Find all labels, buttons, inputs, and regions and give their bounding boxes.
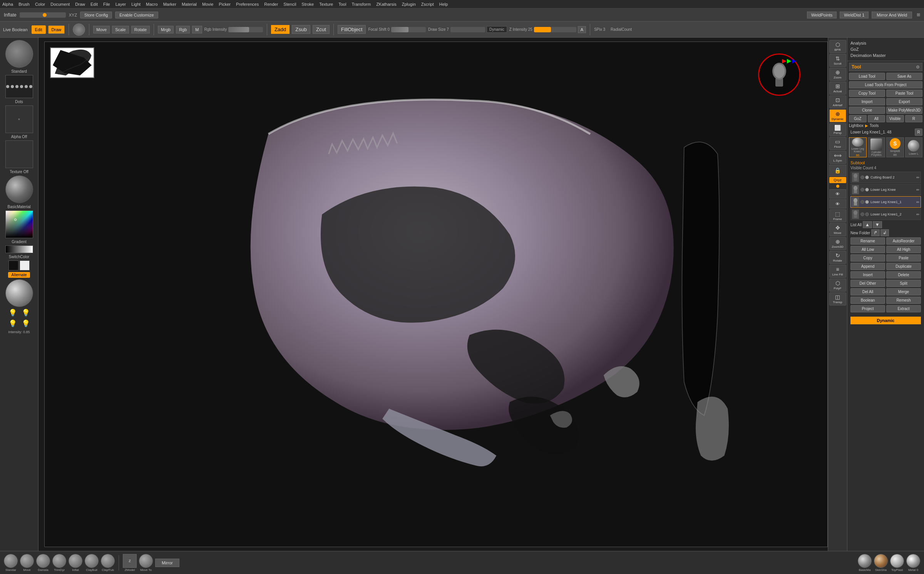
menu-movie[interactable]: Movie [202, 2, 213, 7]
export-button[interactable]: Export [886, 98, 922, 105]
zoom3d-button[interactable]: ⊕ Zoom3D [829, 237, 846, 250]
menu-brush[interactable]: Brush [18, 2, 30, 7]
all-button[interactable]: All [868, 115, 886, 122]
eye-button[interactable]: 👁 [829, 189, 846, 199]
zcut-button[interactable]: Zcut [313, 25, 330, 34]
folder-arrow-1[interactable]: ↱ [871, 229, 880, 236]
menu-picker[interactable]: Picker [219, 2, 231, 7]
mrgb-button[interactable]: Mrgb [158, 26, 174, 33]
all-high-button[interactable]: All High [886, 246, 921, 253]
bulb-on-icon-2[interactable]: 💡 [8, 319, 17, 328]
goz-btn[interactable]: GoZ [849, 115, 867, 122]
merge-button[interactable]: Merge [886, 288, 921, 295]
zoom-button[interactable]: ⊕ Zoom [829, 68, 846, 81]
scroll-button[interactable]: ⇅ Scroll [829, 54, 846, 67]
copy-tool-button[interactable]: Copy Tool [849, 90, 885, 97]
m-button[interactable]: M [192, 26, 202, 33]
bpr-button[interactable]: ⬡ BPR [829, 40, 846, 53]
zmodeler-brush[interactable]: Z ZModel [123, 554, 137, 572]
load-tools-from-project-button[interactable]: Load Tools From Project [849, 81, 922, 88]
del-all-button[interactable]: Del All [850, 288, 885, 295]
menu-marker[interactable]: Marker [163, 2, 176, 7]
z-intensity-slider[interactable] [534, 27, 576, 32]
move-icon-button[interactable]: ✥ Move [829, 223, 846, 236]
folder-arrow-2[interactable]: ↲ [880, 229, 889, 236]
brush-standard[interactable]: Standar [4, 554, 18, 572]
menu-alpha[interactable]: Alpha [2, 2, 13, 7]
brush-damsta[interactable]: Damsta [36, 554, 50, 572]
rotate-icon-button[interactable]: ↻ Rotate [829, 251, 846, 264]
store-config-button[interactable]: Store Config [80, 12, 112, 18]
paste-tool-button[interactable]: Paste Tool [886, 90, 922, 97]
append-button[interactable]: Append [850, 263, 885, 270]
menu-render[interactable]: Render [264, 2, 278, 7]
menu-tool[interactable]: Tool [338, 2, 346, 7]
subtool-edit-icon-4[interactable]: ✏ [916, 212, 919, 217]
floor-button[interactable]: ▭ Floor [829, 137, 846, 150]
color-picker[interactable] [5, 210, 33, 238]
analysis-item[interactable]: Analysis [850, 40, 921, 46]
weld-points-button[interactable]: WeldPoints [807, 12, 837, 18]
zadd-button[interactable]: Zadd [271, 25, 290, 34]
brush-claybuild[interactable]: ClayBuil [85, 554, 99, 572]
save-as-button[interactable]: Save As [886, 73, 922, 80]
goz-item[interactable]: GoZ [850, 46, 921, 52]
r-button[interactable]: R [905, 115, 923, 122]
menu-material[interactable]: Material [182, 2, 197, 7]
enable-customize-button[interactable]: Enable Customize [115, 12, 158, 18]
focal-shift-slider[interactable] [391, 27, 426, 32]
copy-button[interactable]: Copy [850, 254, 885, 262]
insert-button[interactable]: Insert [850, 271, 885, 279]
paste-button[interactable]: Paste [886, 254, 921, 262]
menu-stroke[interactable]: Stroke [301, 2, 314, 7]
brush-trimdyr[interactable]: TrimDyr [52, 554, 66, 572]
brush-claytub[interactable]: ClaytTub [101, 554, 115, 572]
rgb-button[interactable]: Rgb [176, 26, 190, 33]
delete-button[interactable]: Delete [886, 271, 921, 279]
subtool-edit-icon-1[interactable]: ✏ [916, 175, 919, 180]
del-other-button[interactable]: Del Other [850, 280, 885, 287]
tool-thumb-cylinder[interactable]: Cylinder PolyMes [868, 137, 886, 157]
lsym-button[interactable]: ⟺ L.Sym [829, 151, 846, 164]
frame-button[interactable]: ⬚ Frame [829, 209, 846, 222]
remesh-button[interactable]: Remesh [886, 297, 921, 304]
bulb-off-icon-2[interactable]: 💡 [22, 319, 30, 328]
subtool-item-cutting-board[interactable]: Cutting Board 2 ✏ [850, 172, 921, 183]
persp-button[interactable]: ⬜ Persp [829, 123, 846, 136]
import-button[interactable]: Import [849, 98, 885, 105]
boolean-button[interactable]: Boolean [850, 297, 885, 304]
canvas-area[interactable]: ▶ ▶ ▶ [38, 38, 847, 551]
menu-file[interactable]: File [103, 2, 110, 7]
mat-metal-ball[interactable] [906, 554, 920, 568]
subtool-item-lower-leg-knee1-2[interactable]: Lower Leg Knee1_2 ✏ [850, 209, 921, 220]
subtool-item-lower-leg-knee[interactable]: Lower Leg Knee ✏ [850, 184, 921, 195]
load-tool-button[interactable]: Load Tool [849, 73, 885, 80]
mirror-button[interactable]: Mirror [155, 559, 179, 567]
brush-inflat[interactable]: Inflat [69, 554, 82, 572]
rotate-button[interactable]: Rotate [131, 26, 150, 33]
menu-document[interactable]: Document [50, 2, 70, 7]
actual-button[interactable]: ⊞ Actual [829, 82, 846, 95]
subtool-item-lower-leg-knee1-1[interactable]: Lower Leg Knee1_1 ✏ [850, 196, 921, 208]
decimation-master-item[interactable]: Decimation Master [850, 52, 921, 58]
a-button[interactable]: A [578, 26, 586, 33]
draw-button[interactable]: Draw [48, 25, 65, 34]
menu-edit[interactable]: Edit [90, 2, 98, 7]
clone-button[interactable]: Clone [849, 107, 885, 114]
menu-layer[interactable]: Layer [116, 2, 126, 7]
move-topological-brush[interactable]: Move To [139, 554, 153, 572]
menu-help[interactable]: Help [439, 2, 448, 7]
brush-preview-icon[interactable] [73, 23, 85, 36]
subtool-edit-icon-3[interactable]: ✏ [916, 200, 919, 204]
alternate-button[interactable]: Alternate [8, 272, 30, 278]
material-preview[interactable] [5, 175, 33, 203]
transp-button[interactable]: ◫ Transp [829, 292, 846, 305]
weld-dist-button[interactable]: WeldDist 1 [840, 12, 869, 18]
duplicate-button[interactable]: Duplicate [886, 263, 921, 270]
r2-button[interactable]: R [915, 128, 922, 136]
fill-object-button[interactable]: FillObject [338, 25, 366, 34]
dynamic-bottom-button[interactable]: Dynamic [850, 317, 921, 324]
list-arrow-up[interactable]: ▲ [863, 221, 872, 228]
color-box-white[interactable] [20, 260, 30, 270]
bulb-off-icon[interactable]: 💡 [22, 309, 30, 317]
